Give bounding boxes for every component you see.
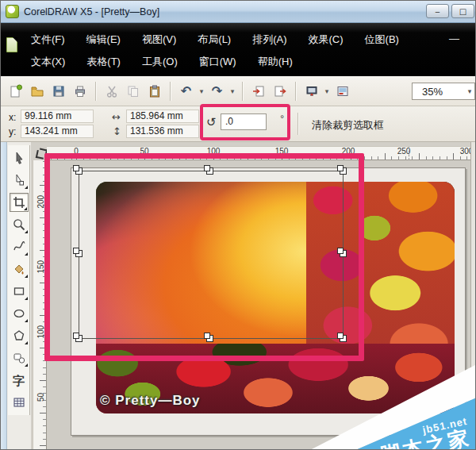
- crop-handle-middle-left[interactable]: [75, 250, 83, 257]
- import-button[interactable]: [248, 81, 268, 102]
- object-width-field[interactable]: 185.964 mm: [126, 110, 199, 123]
- rectangle-tool[interactable]: [10, 282, 29, 301]
- smart-fill-tool[interactable]: [10, 260, 29, 279]
- maximize-button[interactable]: □: [451, 4, 474, 18]
- vertical-ruler[interactable]: 200 150 100 50 0: [33, 160, 47, 450]
- hruler-tick-label: 150: [275, 147, 289, 156]
- shape-node-icon: [12, 173, 26, 187]
- x-position-field[interactable]: 99.116 mm: [21, 110, 94, 123]
- new-document-icon: [9, 84, 23, 98]
- menu-tools[interactable]: 工具(O): [139, 53, 181, 71]
- cut-button[interactable]: [102, 81, 121, 102]
- menu-text[interactable]: 文本(X): [28, 53, 68, 71]
- menu-bar: 文件(F) 编辑(E) 视图(V) 布局(L) 排列(A) 效果(C) 位图(B…: [1, 23, 476, 76]
- menu-table[interactable]: 表格(T): [83, 53, 124, 71]
- redo-button[interactable]: ↷: [207, 81, 227, 102]
- curve-icon: [12, 240, 26, 254]
- menu-window[interactable]: 窗口(W): [196, 53, 240, 71]
- document-minimize-icon[interactable]: —: [449, 33, 459, 44]
- welcome-screen-button[interactable]: [332, 81, 352, 102]
- zoom-dropdown-icon: ▾: [466, 87, 474, 95]
- hruler-tick-label: 100: [207, 147, 221, 156]
- menu-row-1: 文件(F) 编辑(E) 视图(V) 布局(L) 排列(A) 效果(C) 位图(B…: [28, 31, 402, 48]
- export-icon: [273, 84, 287, 98]
- menu-layout[interactable]: 布局(L): [194, 31, 234, 48]
- zoom-level-combobox[interactable]: 35% ▾: [412, 83, 475, 100]
- drawing-canvas[interactable]: © Pretty—Boy: [47, 160, 470, 450]
- pick-tool[interactable]: [10, 148, 29, 167]
- shape-tool[interactable]: [10, 171, 29, 190]
- freehand-tool[interactable]: [10, 237, 29, 256]
- undo-dropdown-icon[interactable]: ▾: [198, 87, 205, 95]
- application-launcher-icon: [305, 84, 319, 98]
- ellipse-tool[interactable]: [10, 304, 29, 323]
- crop-cursor-icon: [35, 148, 47, 160]
- menu-bitmaps[interactable]: 位图(B): [362, 31, 402, 48]
- menu-row-2: 文本(X) 表格(T) 工具(O) 窗口(W) 帮助(H): [28, 53, 296, 71]
- x-position-label: x:: [9, 112, 16, 123]
- menu-help[interactable]: 帮助(H): [255, 53, 296, 71]
- clear-crop-selection-button[interactable]: 清除裁剪选取框: [307, 117, 389, 134]
- vertical-scrollbar[interactable]: [470, 142, 476, 450]
- vruler-tick-label: 50: [36, 391, 45, 404]
- copy-button[interactable]: [123, 81, 143, 102]
- undo-button[interactable]: ↶: [176, 81, 196, 102]
- open-folder-icon: [30, 84, 44, 98]
- print-button[interactable]: [70, 81, 90, 102]
- object-height-field[interactable]: 131.536 mm: [126, 125, 199, 138]
- menu-file[interactable]: 文件(F): [28, 31, 68, 48]
- object-width-icon: ↔: [112, 111, 121, 123]
- hruler-tick-label: 200: [342, 147, 355, 156]
- vruler-tick-label: 0: [36, 448, 45, 450]
- vruler-tick-label: 100: [36, 326, 45, 339]
- paste-button[interactable]: [144, 81, 164, 102]
- horizontal-ruler[interactable]: 0 50 100 150 200 250 300: [47, 146, 476, 160]
- import-icon: [251, 84, 266, 98]
- export-button[interactable]: [270, 81, 290, 102]
- propbar-separator: [298, 113, 298, 135]
- crop-handle-middle-right[interactable]: [340, 250, 347, 257]
- basic-shapes-icon: [12, 351, 26, 365]
- save-button[interactable]: [48, 81, 68, 102]
- crop-handle-top-middle[interactable]: [206, 167, 213, 175]
- rectangle-icon: [12, 284, 26, 298]
- text-tool-icon: 字: [13, 375, 25, 387]
- title-bar: CorelDRAW X5 - [Pretty—Boy] ‒ □: [1, 1, 476, 23]
- redo-dropdown-icon[interactable]: ▾: [228, 87, 236, 95]
- launcher-dropdown-icon[interactable]: ▾: [323, 87, 331, 95]
- crop-handle-bottom-right[interactable]: [340, 335, 347, 342]
- crop-handle-top-right[interactable]: [340, 167, 347, 175]
- property-bar: x: 99.116 mm y: 143.241 mm ↔ 185.964 mm …: [1, 106, 476, 142]
- rotation-angle-field[interactable]: .0: [221, 113, 267, 130]
- crop-handle-bottom-middle[interactable]: [206, 335, 213, 342]
- new-document-button[interactable]: [6, 81, 25, 102]
- application-launcher-button[interactable]: [301, 81, 321, 102]
- y-position-field[interactable]: 143.241 mm: [21, 125, 94, 138]
- table-tool[interactable]: [10, 393, 29, 412]
- crop-handle-top-left[interactable]: [75, 167, 83, 175]
- open-button[interactable]: [27, 81, 47, 102]
- welcome-screen-icon: [336, 84, 350, 98]
- text-tool[interactable]: 字: [10, 371, 29, 390]
- menu-edit[interactable]: 编辑(E): [83, 31, 124, 48]
- pick-cursor-icon: [12, 151, 26, 165]
- menu-view[interactable]: 视图(V): [139, 31, 179, 48]
- zoom-tool[interactable]: [10, 215, 29, 234]
- toolbar-separator: [242, 82, 243, 101]
- copy-icon: [126, 84, 140, 98]
- polygon-tool[interactable]: [10, 326, 29, 345]
- polygon-icon: [12, 329, 26, 343]
- crop-icon: [12, 195, 26, 210]
- crop-tool[interactable]: [10, 193, 29, 212]
- toolbar-separator: [95, 82, 96, 101]
- paint-bucket-icon: [12, 262, 26, 276]
- menu-arrange[interactable]: 排列(A): [249, 31, 290, 48]
- basic-shapes-tool[interactable]: [10, 348, 29, 367]
- document-icon: [6, 37, 17, 52]
- crop-handle-bottom-left[interactable]: [75, 335, 83, 342]
- vruler-tick-label: 200: [36, 196, 45, 209]
- crop-selection-box[interactable]: [79, 171, 344, 339]
- menu-effects[interactable]: 效果(C): [305, 31, 347, 48]
- minimize-button[interactable]: ‒: [426, 4, 449, 18]
- window-title: CorelDRAW X5 - [Pretty—Boy]: [24, 6, 159, 17]
